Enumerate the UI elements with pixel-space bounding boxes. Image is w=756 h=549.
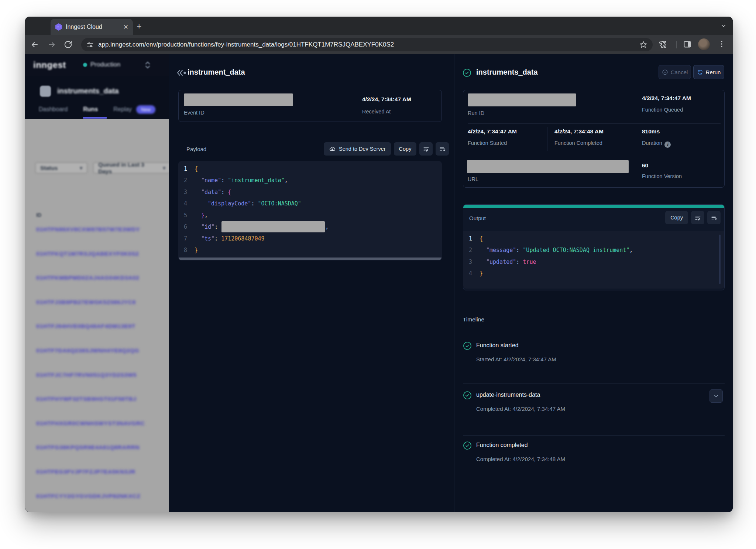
active-tab-underline <box>83 117 107 119</box>
chevron-down-icon: ▾ <box>163 165 165 171</box>
browser-tab[interactable]: Inngest Cloud ✕ <box>51 19 133 35</box>
tab-title: Inngest Cloud <box>66 24 120 30</box>
browser-toolbar: app.inngest.com/env/production/functions… <box>25 35 733 54</box>
tab-search-chevron-icon[interactable] <box>720 23 727 31</box>
bookmark-star-icon[interactable] <box>639 41 647 49</box>
send-to-dev-server-button[interactable]: Send to Dev Server <box>324 142 391 156</box>
run-id-link[interactable]: 01HTFCYY2GYGVGDKJVP82NKXCZ <box>36 493 141 499</box>
card-divider <box>355 93 355 117</box>
extensions-icon[interactable] <box>659 40 667 50</box>
function-version-value: 60 <box>642 162 648 169</box>
new-badge: New <box>136 105 155 114</box>
output-card: Output Copy 1{2"message": "Updated OCTO:… <box>463 204 725 290</box>
sidebar-tab-runs[interactable]: Runs <box>83 106 98 113</box>
run-id-link[interactable]: 01HTFG38KPQSR9E4A81Q8RARRN <box>36 444 140 451</box>
output-label: Output <box>469 215 486 221</box>
function-queued-label: Function Queued <box>642 107 683 113</box>
browser-menu-icon[interactable] <box>718 40 726 50</box>
url-bar[interactable]: app.inngest.com/env/production/functions… <box>81 38 653 51</box>
code-line: 2"name": "instrument_data", <box>178 175 442 187</box>
reload-icon[interactable] <box>64 40 72 50</box>
payload-copy-button[interactable]: Copy <box>394 142 417 156</box>
tab-strip: Inngest Cloud ✕ + <box>25 17 733 35</box>
function-started-label: Function Started <box>468 140 507 146</box>
new-tab-button[interactable]: + <box>137 21 141 31</box>
output-scroll-bottom-button[interactable] <box>707 211 721 224</box>
run-id-link[interactable]: 01HTFJ3B9PB27EWGK5Z086JYC8 <box>36 299 136 306</box>
timeline-check-icon <box>463 441 472 451</box>
timeline-expand-button[interactable] <box>709 389 723 403</box>
run-id-label: Run ID <box>468 110 484 116</box>
run-id-link[interactable]: 01HTFJC7HF7RVN051Q3YD2S3W5 <box>36 372 137 378</box>
card-divider <box>637 95 637 184</box>
inngest-logo[interactable]: inngest <box>33 60 66 70</box>
received-at-label: Received At <box>362 109 391 115</box>
timeline-entry-timestamp: Started At: 4/2/2024, 7:34:47 AM <box>476 356 556 362</box>
side-panel-icon[interactable] <box>683 40 692 50</box>
code-line: 6"id": , <box>178 221 442 233</box>
cancel-button[interactable]: Cancel <box>659 65 691 79</box>
timeline-divider <box>463 487 725 487</box>
info-icon[interactable]: i <box>664 141 671 148</box>
vertical-scrollbar[interactable] <box>719 235 721 284</box>
wrap-text-icon <box>423 146 430 153</box>
timeline-entry-title: update-instruments-data <box>476 392 540 398</box>
date-range-filter-dropdown[interactable]: Queued in Last 3 Days ▾ <box>93 162 169 174</box>
output-wrap-text-button[interactable] <box>691 211 704 224</box>
line-number: 7 <box>178 235 195 242</box>
payload-scroll-bottom-button[interactable] <box>436 142 449 156</box>
payload-wrap-text-button[interactable] <box>419 142 433 156</box>
app-content: inngest Production instruments_data Dash… <box>25 54 733 512</box>
line-number: 1 <box>178 166 195 172</box>
sidebar-tab-replay[interactable]: ReplayNew <box>113 105 155 114</box>
sidebar: inngest Production instruments_data Dash… <box>25 54 169 119</box>
site-settings-icon[interactable] <box>86 41 94 48</box>
function-started-value: 4/2/24, 7:34:47 AM <box>468 128 517 135</box>
runs-list-panel: Status ▾ Queued in Last 3 Days ▾ ID 01HT… <box>25 119 169 512</box>
sidebar-function-name: instruments_data <box>57 87 119 95</box>
output-copy-button[interactable]: Copy <box>665 211 688 224</box>
run-id-link[interactable]: 01HTFJ94HVE0BQ48AF4DM13E9T <box>36 323 135 330</box>
timeline-divider <box>463 435 725 436</box>
timeline-label: Timeline <box>463 316 484 323</box>
line-number: 6 <box>178 224 195 230</box>
payload-code-editor[interactable]: 1{2"name": "instrument_data",3"data": {4… <box>178 161 442 260</box>
run-id-link[interactable]: 01HTFHYWF32TSB9HGT01F58TBJ <box>36 396 136 402</box>
run-id-link[interactable]: 01HTFN86XV8CXW87B57W7E3WDY <box>36 226 140 233</box>
run-title: instruments_data <box>476 68 538 76</box>
status-filter-label: Status <box>40 165 58 171</box>
run-id-link[interactable]: 01HTFHXGR0CWNHSWYST3NAVGRC <box>36 420 145 427</box>
sidebar-header-row: inngest Production <box>25 54 169 76</box>
status-filter-dropdown[interactable]: Status ▾ <box>35 162 87 174</box>
line-number: 2 <box>178 177 195 184</box>
function-icon <box>40 86 51 97</box>
url-text[interactable]: app.inngest.com/env/production/functions… <box>98 41 635 48</box>
back-icon[interactable] <box>30 40 39 51</box>
line-number: 4 <box>178 200 195 207</box>
profile-avatar[interactable] <box>698 38 710 50</box>
function-completed-value: 4/2/24, 7:34:48 AM <box>554 128 604 135</box>
code-line: 3"updated": true <box>463 256 724 268</box>
event-icon <box>177 69 186 78</box>
run-id-link[interactable]: 01HTFKQT1M7RSJQABEXYF0K0S2 <box>36 250 139 257</box>
env-selector[interactable]: Production <box>90 61 120 68</box>
rerun-button[interactable]: Rerun <box>693 65 724 79</box>
timeline-divider <box>463 383 725 384</box>
code-line: 4} <box>463 268 724 280</box>
line-number: 3 <box>178 189 195 195</box>
output-code-viewer[interactable]: 1{2"message": "Updated OCTO:NASDAQ instr… <box>463 231 724 289</box>
run-id-link[interactable]: 01HTF7DA6Q238SJWNH4YE8Q2QG <box>36 347 139 354</box>
send-to-dev-server-label: Send to Dev Server <box>339 146 386 152</box>
tab-close-icon[interactable]: ✕ <box>123 24 128 30</box>
forward-icon[interactable] <box>47 40 56 51</box>
run-status-check-icon <box>463 68 471 79</box>
sidebar-tab-dashboard[interactable]: Dashboard <box>39 106 68 113</box>
run-id-link[interactable]: 01HTFEG3FVJP7FZJP7EA5KN3JR <box>36 468 135 475</box>
redacted-event-id <box>184 93 293 106</box>
env-selector-chevrons-icon[interactable] <box>144 60 151 71</box>
horizontal-scrollbar[interactable] <box>179 258 441 260</box>
run-id-link[interactable]: 01HTFKMBPMD0ZAJ4AG04KD3A02 <box>36 274 139 281</box>
line-number: 5 <box>178 212 195 219</box>
wrap-text-icon <box>694 214 701 221</box>
timeline-check-icon <box>463 391 472 401</box>
